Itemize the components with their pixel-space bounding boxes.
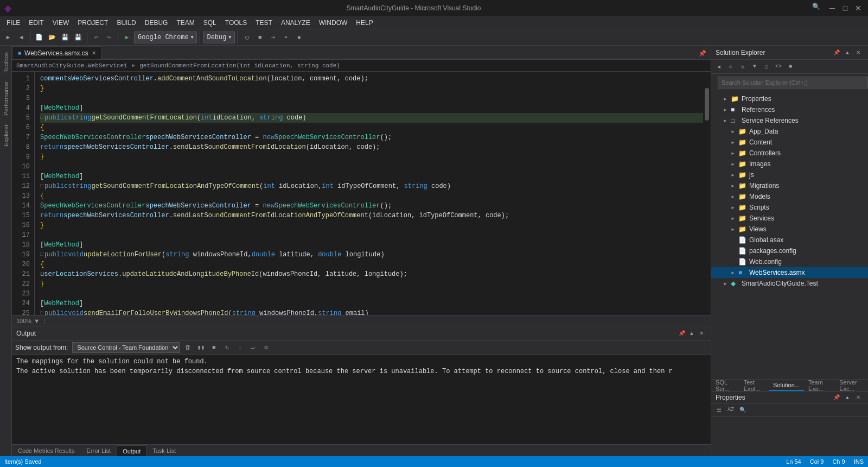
menu-file[interactable]: FILE xyxy=(2,18,24,28)
tree-item-migrations[interactable]: ► 📁 Migrations xyxy=(711,180,868,191)
properties-close-button[interactable]: ✕ xyxy=(853,392,864,403)
menu-sql[interactable]: SQL xyxy=(199,18,221,28)
tree-item-references[interactable]: ► ■ References xyxy=(711,104,868,115)
menu-project[interactable]: PROJECT xyxy=(73,18,112,28)
tree-item-services[interactable]: ► 📁 Services xyxy=(711,213,868,224)
se-toolbar-home[interactable]: ⌂ xyxy=(725,61,736,72)
se-toolbar-refresh[interactable]: ◯ xyxy=(761,61,772,72)
se-toolbar-props[interactable]: ▼ xyxy=(749,61,760,72)
toolbar-misc1[interactable]: ◯ xyxy=(241,31,253,43)
menu-tools[interactable]: TOOLS xyxy=(221,18,251,28)
tab-error-list[interactable]: Error List xyxy=(81,445,117,456)
toolbar-misc4[interactable]: ▪ xyxy=(280,31,292,43)
output-clear-btn[interactable]: 🗑 xyxy=(182,342,193,353)
se-toolbar-back[interactable]: ◀ xyxy=(713,61,724,72)
toolbox-tab[interactable]: Toolbox xyxy=(2,48,10,77)
toolbar-misc3[interactable]: ⇥ xyxy=(267,31,279,43)
editor-scrollbar[interactable] xyxy=(703,72,711,315)
editor-scrollbar-thumb[interactable] xyxy=(705,88,709,121)
tree-item-scripts[interactable]: ► 📁 Scripts xyxy=(711,202,868,213)
menu-window[interactable]: WINDOW xyxy=(315,18,352,28)
right-tab-server[interactable]: Server Exc... xyxy=(835,380,868,391)
output-word-wrap-btn[interactable]: ↵ xyxy=(247,342,258,353)
tree-item-views[interactable]: ► 📁 Views xyxy=(711,224,868,235)
tree-item-packages-config[interactable]: ► 📄 packages.config xyxy=(711,245,868,256)
output-refresh-btn[interactable]: ↻ xyxy=(221,342,232,353)
close-button[interactable]: ✕ xyxy=(853,3,864,14)
se-pin-button[interactable]: 📌 xyxy=(831,47,842,58)
properties-expand-button[interactable]: ▲ xyxy=(842,392,853,403)
menu-help[interactable]: HELP xyxy=(352,18,377,28)
output-pin-button[interactable]: 📌 xyxy=(677,329,687,338)
toolbar-open-btn[interactable]: 📂 xyxy=(46,31,58,43)
menu-view[interactable]: VIEW xyxy=(48,18,74,28)
tree-item-images[interactable]: ► 📁 Images xyxy=(711,159,868,169)
menu-test[interactable]: TEST xyxy=(251,18,277,28)
tab-code-metrics[interactable]: Code Metrics Results xyxy=(12,445,81,456)
zoom-dropdown-icon[interactable]: ▼ xyxy=(34,318,40,324)
tree-item-app-data[interactable]: ► 📁 App_Data xyxy=(711,126,868,137)
explorer-tab[interactable]: Explorer xyxy=(2,120,10,151)
tree-item-webservices-asmx[interactable]: ► ■ WebServices.asmx xyxy=(711,267,868,278)
menu-build[interactable]: BUILD xyxy=(112,18,140,28)
se-toolbar-sync[interactable]: ↻ xyxy=(737,61,748,72)
tab-task-list[interactable]: Task List xyxy=(146,445,182,456)
right-tab-test[interactable]: Test Expl... xyxy=(739,380,769,391)
se-toolbar-view[interactable]: ■ xyxy=(785,61,796,72)
right-tab-team[interactable]: Team Exp... xyxy=(804,380,835,391)
restore-button[interactable]: □ xyxy=(840,3,851,14)
output-scroll-btn[interactable]: ↓ xyxy=(234,342,245,353)
collapse-icon[interactable]: □ xyxy=(40,181,43,191)
menu-edit[interactable]: EDIT xyxy=(24,18,48,28)
se-close-button[interactable]: ✕ xyxy=(853,47,864,58)
collapse-icon[interactable]: □ xyxy=(40,113,43,123)
toolbar-undo-btn[interactable]: ↩ xyxy=(90,31,102,43)
se-toolbar-code[interactable]: <> xyxy=(773,61,784,72)
properties-search-btn[interactable]: 🔍 xyxy=(737,405,748,415)
tree-item-js[interactable]: ► 📁 js xyxy=(711,169,868,180)
properties-alpha-btn[interactable]: AZ xyxy=(725,405,736,415)
minimize-button[interactable]: ─ xyxy=(827,3,838,14)
output-settings-btn[interactable]: ⚙ xyxy=(260,342,271,353)
tab-pin-button[interactable]: 📌 xyxy=(697,47,709,59)
code-content[interactable]: commentsWebServicesController.addComment… xyxy=(35,72,703,315)
code-editor[interactable]: 12345 678910 1112131415 1617181920 21222… xyxy=(12,72,711,315)
tab-output[interactable]: Output xyxy=(117,445,146,456)
menu-team[interactable]: TEAM xyxy=(172,18,199,28)
right-tab-solution[interactable]: Solution... xyxy=(769,380,804,391)
toolbar-fwd-btn[interactable]: ◀ xyxy=(15,31,27,43)
tree-item-properties[interactable]: ► 📁 Properties xyxy=(711,93,868,104)
tab-close-button[interactable]: ✕ xyxy=(92,50,96,56)
collapse-icon[interactable]: □ xyxy=(40,250,43,260)
output-close-button[interactable]: ✕ xyxy=(697,329,706,338)
toolbar-redo-btn[interactable]: ↪ xyxy=(103,31,115,43)
output-expand-button[interactable]: ▲ xyxy=(687,329,697,338)
active-tab[interactable]: ■ WebServices.asmx.cs ✕ xyxy=(12,46,102,59)
properties-pin-button[interactable]: 📌 xyxy=(831,392,842,403)
tree-item-content[interactable]: ► 📁 Content xyxy=(711,137,868,148)
properties-category-btn[interactable]: ☰ xyxy=(713,405,724,415)
tree-item-test-project[interactable]: ► ◆ SmartAudioCityGuide.Test xyxy=(711,278,868,289)
tree-item-service-references[interactable]: ► □ Service References xyxy=(711,115,868,126)
menu-analyze[interactable]: ANALYZE xyxy=(277,18,315,28)
output-pause-btn[interactable]: ▮▮ xyxy=(195,342,206,353)
tree-item-controllers[interactable]: ► 📁 Controllers xyxy=(711,148,868,159)
toolbar-misc2[interactable]: ■ xyxy=(254,31,266,43)
tree-item-web-config[interactable]: ► 📄 Web.config xyxy=(711,256,868,267)
performance-tab[interactable]: Performance xyxy=(2,77,10,120)
toolbar-saveall-btn[interactable]: 💾 xyxy=(72,31,84,43)
collapse-icon[interactable]: □ xyxy=(40,308,43,315)
output-stop-btn[interactable]: ■ xyxy=(208,342,219,353)
toolbar-new-btn[interactable]: 📄 xyxy=(33,31,45,43)
toolbar-save-btn[interactable]: 💾 xyxy=(59,31,71,43)
tree-item-global-asax[interactable]: ► 📄 Global.asax xyxy=(711,235,868,245)
output-source-dropdown[interactable]: Source Control - Team Foundation xyxy=(72,342,180,353)
se-expand-button[interactable]: ▲ xyxy=(842,47,853,58)
tree-item-models[interactable]: ► 📁 Models xyxy=(711,191,868,202)
menu-debug[interactable]: DEBUG xyxy=(141,18,173,28)
browser-dropdown[interactable]: Google Chrome ▼ xyxy=(134,31,197,43)
solution-search-input[interactable] xyxy=(718,77,868,89)
config-dropdown[interactable]: Debug ▼ xyxy=(203,31,235,43)
toolbar-back-btn[interactable]: ▶ xyxy=(2,31,14,43)
toolbar-misc5[interactable]: ◾ xyxy=(293,31,305,43)
